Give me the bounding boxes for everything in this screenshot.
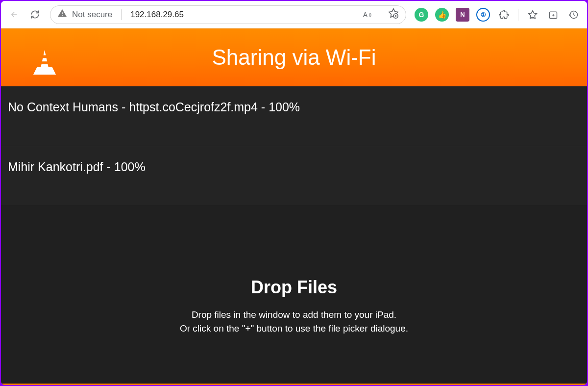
file-row: Mihir Kankotri.pdf - 100% (1, 146, 587, 206)
refresh-button[interactable] (25, 5, 44, 24)
file-status: No Context Humans - httpst.coCecjrofz2f.… (8, 100, 300, 114)
history-button[interactable] (564, 5, 583, 24)
read-aloud-icon[interactable]: A)) (363, 11, 371, 19)
favorite-icon[interactable] (388, 8, 399, 21)
extension-grammarly-icon[interactable]: G (412, 5, 431, 24)
url-text: 192.168.29.65 (130, 10, 184, 20)
extension-onenote-icon[interactable]: N (453, 5, 472, 24)
file-row: No Context Humans - httpst.coCecjrofz2f.… (1, 86, 587, 146)
page-content: Sharing via Wi-Fi No Context Humans - ht… (1, 28, 587, 385)
footer-accent-line (1, 384, 587, 385)
not-secure-label: Not secure (72, 10, 112, 20)
vlc-cone-icon (30, 49, 59, 82)
drop-instruction-2: Or click on the "+" button to use the fi… (180, 323, 408, 334)
drop-zone[interactable]: Drop Files Drop files in the window to a… (1, 206, 587, 384)
not-secure-icon (57, 8, 67, 21)
toolbar-separator (518, 9, 518, 21)
extension-thumbs-icon[interactable]: 👍 (433, 5, 451, 24)
extensions-button[interactable] (494, 5, 513, 24)
collections-button[interactable] (544, 5, 563, 24)
file-status: Mihir Kankotri.pdf - 100% (8, 160, 146, 174)
drop-title: Drop Files (251, 277, 337, 298)
browser-toolbar: Not secure 192.168.29.65 A)) G 👍 N ① (1, 1, 587, 28)
favorites-button[interactable] (523, 5, 542, 24)
back-button (5, 5, 24, 24)
browser-window: Not secure 192.168.29.65 A)) G 👍 N ① (1, 1, 587, 385)
page-title: Sharing via Wi-Fi (212, 45, 376, 70)
svg-rect-4 (41, 61, 49, 64)
svg-rect-3 (42, 55, 47, 58)
separator (121, 9, 122, 20)
page-header: Sharing via Wi-Fi (1, 28, 587, 86)
drop-instruction-1: Drop files in the window to add them to … (192, 309, 396, 320)
address-bar[interactable]: Not secure 192.168.29.65 A)) (50, 5, 406, 24)
extension-1password-icon[interactable]: ① (474, 5, 492, 24)
